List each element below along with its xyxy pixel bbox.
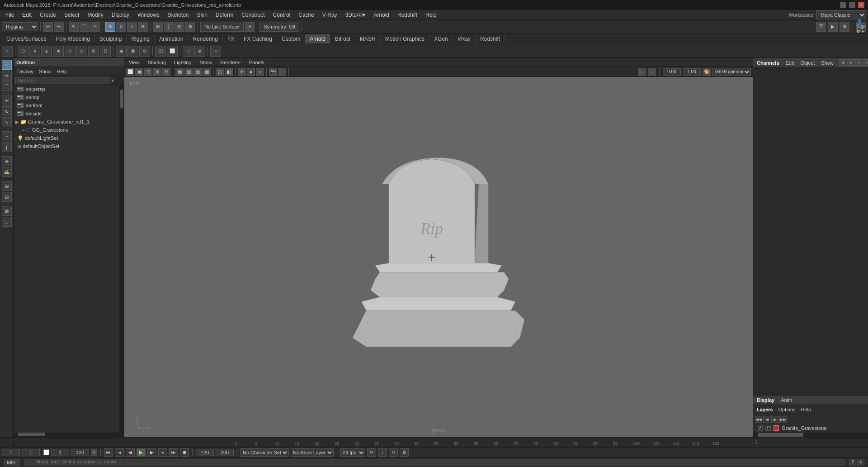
symmetry-btn[interactable]: Symmetry: Off (259, 22, 299, 32)
vp-shading-menu[interactable]: Shading (145, 60, 169, 65)
menu-create[interactable]: Create (36, 11, 60, 19)
rigging-tool[interactable]: ⊞ (2, 181, 12, 191)
lasso-tool[interactable]: ⌒ (2, 81, 12, 91)
menu-cache[interactable]: Cache (295, 11, 318, 19)
menu-modify[interactable]: Modify (84, 11, 107, 19)
audio-btn[interactable]: ♪ (378, 448, 387, 457)
vp-show-menu[interactable]: Show (197, 60, 215, 65)
outliner-item-lightset[interactable]: 💡 defaultLightSet (14, 134, 124, 142)
shelf-icon-expand[interactable]: » (210, 46, 221, 57)
rp-resize4[interactable]: ⤢ (863, 59, 868, 67)
vp-toolbar-btn9[interactable]: ◫ (216, 68, 224, 76)
vp-toolbar-btn5[interactable]: ▦ (175, 68, 184, 76)
display-tab-btn[interactable]: Display (756, 397, 775, 403)
outliner-item-group[interactable]: ▶ 📁 Granite_Gravestone_nd1_1 (14, 118, 124, 126)
anim-layer-select[interactable]: No Anim Layer (291, 448, 334, 457)
vp-toolbar-btn3[interactable]: ⊞ (153, 68, 161, 76)
menu-redshift[interactable]: Redshift (394, 11, 421, 19)
tab-bifrost[interactable]: Bifrost (330, 34, 355, 43)
transport-prev-key[interactable]: ◂ (115, 448, 124, 457)
vp-toolbar-btn11[interactable]: ⊕ (238, 68, 246, 76)
tab-vray[interactable]: VRay (453, 34, 476, 43)
render-btn[interactable]: 🎬 (816, 22, 826, 32)
sculpt-tool[interactable]: ∫ (2, 142, 12, 152)
snap-curve-btn[interactable]: ∫ (164, 22, 174, 32)
outliner-item-front[interactable]: 📷 ◼◼ front (14, 101, 124, 110)
shelf-icon-14[interactable]: ⊙ (183, 46, 193, 57)
frame-checkbox-val[interactable]: 1 (51, 449, 69, 456)
tab-mash[interactable]: MASH (355, 34, 381, 43)
move-tool[interactable]: ✛ (2, 95, 12, 105)
soft-select-tool[interactable]: ~ (2, 131, 12, 141)
scale-tool-btn[interactable]: ⤡ (127, 22, 137, 32)
menu-arnold[interactable]: Arnold (370, 11, 393, 19)
tab-poly-modeling[interactable]: Poly Modeling (52, 34, 95, 43)
outliner-help-menu[interactable]: Help (55, 69, 69, 74)
vp-toolbar-btn4[interactable]: ⊟ (162, 68, 170, 76)
outliner-show-menu[interactable]: Show (37, 69, 53, 74)
minimize-btn[interactable]: — (840, 2, 846, 8)
vp-toolbar-btn1[interactable]: ▣ (135, 68, 143, 76)
frame-end-range-input[interactable]: 120 (71, 449, 89, 456)
menu-file[interactable]: File (2, 11, 18, 19)
help-tab-btn[interactable]: Help (800, 407, 812, 412)
viewport-canvas[interactable]: front (124, 77, 753, 437)
vp-tb-r[interactable]: → (648, 68, 656, 76)
status-help-btn[interactable]: ? (849, 459, 856, 466)
layer-nav-last[interactable]: ▶▶ (779, 416, 787, 423)
menu-help[interactable]: Help (422, 11, 440, 19)
measure-tool[interactable]: ⊕ (2, 156, 12, 166)
live-surface-arrow-btn[interactable]: ▾ (245, 22, 255, 32)
rotate-tool-btn[interactable]: ↻ (116, 22, 126, 32)
transport-next-frame[interactable]: ▶ (147, 448, 156, 457)
lasso-tool-btn[interactable]: ⌒ (80, 22, 90, 32)
mode-select[interactable]: Rigging Modeling Animation (2, 22, 38, 31)
settings-btn2[interactable]: ⚙ (400, 448, 409, 457)
menu-display[interactable]: Display (108, 11, 133, 19)
outliner-hscroll[interactable] (14, 433, 119, 437)
vp-toolbar-btn0[interactable]: ⬜ (126, 68, 134, 76)
paint-tool[interactable]: ✏ (2, 71, 12, 81)
color-profile-select[interactable]: sRGB gamma (712, 68, 751, 76)
snap-grid-btn[interactable]: ⊞ (153, 22, 163, 32)
outliner-display-menu[interactable]: Display (15, 69, 35, 74)
vp-toolbar-btn6[interactable]: ▧ (184, 68, 193, 76)
channels-tab[interactable]: Channels (756, 60, 780, 66)
menu-vray[interactable]: V-Ray (319, 11, 341, 19)
vp-panels-menu[interactable]: Panels (246, 60, 267, 65)
vp-toolbar-btn10[interactable]: ◧ (225, 68, 233, 76)
menu-deform[interactable]: Deform (212, 11, 237, 19)
menu-skin[interactable]: Skin (193, 11, 211, 19)
frame-checkbox[interactable] (43, 449, 49, 455)
shelf-icon-2[interactable]: ● (29, 46, 40, 57)
select-tool-btn[interactable]: ↖ (69, 22, 79, 32)
maximize-btn[interactable]: □ (849, 2, 855, 8)
shelf-icon-3[interactable]: ▲ (41, 46, 52, 57)
menu-control[interactable]: Control (269, 11, 294, 19)
transport-play-fwd[interactable]: ▶ (137, 448, 146, 457)
anim-end-input2[interactable]: 200 (216, 449, 234, 456)
rp-resize1[interactable]: ◂ (839, 59, 846, 67)
layer-v-btn[interactable]: V (757, 425, 763, 431)
move-tool-btn[interactable]: ✛ (105, 22, 115, 32)
vp-toolbar-btn12[interactable]: ● (247, 68, 255, 76)
menu-3dtoall[interactable]: 3DtoAll▾ (342, 11, 369, 19)
tab-rendering[interactable]: Rendering (189, 34, 223, 43)
vp-lighting-menu[interactable]: Lighting (171, 60, 194, 65)
shelf-icon-8[interactable]: ⊟ (100, 46, 111, 57)
shelf-icon-10[interactable]: ▣ (127, 46, 138, 57)
layers-tab-btn[interactable]: Layers (756, 407, 774, 412)
rp-resize2[interactable]: ▸ (847, 59, 854, 67)
shelf-icon-4[interactable]: ■ (53, 46, 64, 57)
vp-toolbar-btn7[interactable]: ▨ (193, 68, 202, 76)
gamma-input1[interactable]: 0.00 (663, 68, 681, 76)
vp-color-btn[interactable]: 🎨 (703, 68, 711, 76)
outliner-scrollbar[interactable] (120, 90, 123, 108)
shelf-icon-11[interactable]: ⊛ (139, 46, 150, 57)
vp-toolbar-btn2[interactable]: ⊡ (144, 68, 152, 76)
shelf-icon-13[interactable]: ⬜ (167, 46, 178, 57)
tab-curves-surfaces[interactable]: Curves/Surfaces (2, 34, 52, 43)
status-menu-btn[interactable]: ≡ (857, 459, 864, 466)
search-options-btn[interactable]: ▾ (111, 77, 114, 84)
shelf-icon-1[interactable]: ⬡ (18, 46, 28, 57)
